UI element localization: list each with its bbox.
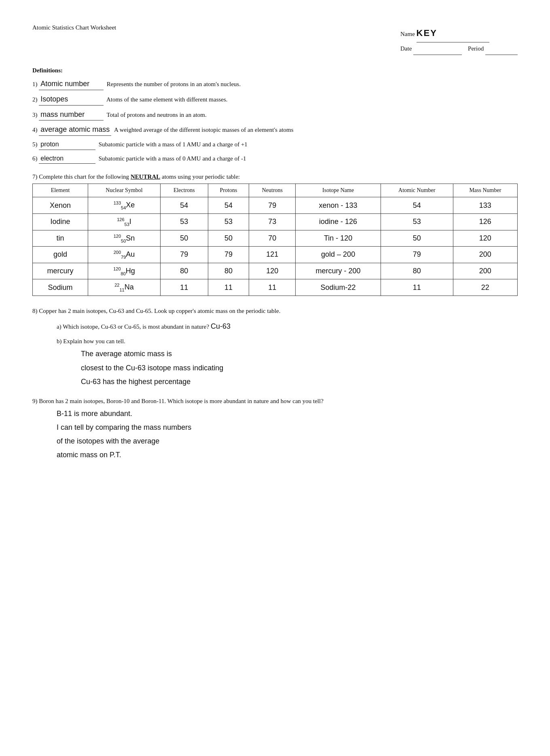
def-number-1: 1)	[32, 81, 38, 87]
def-answer-3: mass number	[39, 109, 104, 121]
definitions-title: Definitions:	[32, 67, 518, 74]
cell-electrons: 54	[160, 197, 208, 214]
date-row: Date Period	[400, 42, 518, 55]
cell-isotope-name: gold – 200	[296, 247, 381, 263]
table-header-row: Element Nuclear Symbol Electrons Protons…	[33, 184, 518, 197]
cell-protons: 53	[208, 213, 249, 230]
def-text-3: Total of protons and neutrons in an atom…	[106, 112, 206, 118]
def-number-3: 3)	[32, 112, 38, 118]
date-label: Date	[400, 45, 412, 52]
cell-neutrons: 11	[249, 279, 296, 296]
def-answer-4: average atomic mass	[39, 124, 111, 136]
chart-heading: 7) Complete this chart for the following…	[32, 173, 518, 180]
q8-body: Copper has 2 main isotopes, Cu-63 and Cu…	[39, 308, 280, 314]
cell-nuclear-symbol: 2211Na	[88, 279, 161, 296]
table-row: gold 20079Au 79 79 121 gold – 200 79 200	[33, 247, 518, 263]
cell-isotope-name: iodine - 126	[296, 213, 381, 230]
table-row: tin 12050Sn 50 50 70 Tin - 120 50 120	[33, 230, 518, 247]
col-electrons: Electrons	[160, 184, 208, 197]
q8b-label: b) Explain how you can tell.	[57, 338, 125, 344]
cell-neutrons: 120	[249, 263, 296, 279]
cell-protons: 80	[208, 263, 249, 279]
cell-protons: 50	[208, 230, 249, 247]
cell-protons: 54	[208, 197, 249, 214]
cell-electrons: 80	[160, 263, 208, 279]
def-item-6: 6) electron Subatomic particle with a ma…	[32, 153, 518, 164]
def-answer-6: electron	[39, 153, 95, 164]
cell-neutrons: 73	[249, 213, 296, 230]
def-answer-5: proton	[39, 139, 95, 150]
cell-nuclear-symbol: 12050Sn	[88, 230, 161, 247]
q8-number: 8)	[32, 308, 39, 314]
cell-neutrons: 79	[249, 197, 296, 214]
cell-element: Sodium	[33, 279, 88, 296]
table-row: mercury 12080Hg 80 80 120 mercury - 200 …	[33, 263, 518, 279]
def-number-4: 4)	[32, 127, 38, 133]
cell-mass-number: 133	[453, 197, 517, 214]
cell-atomic-number: 80	[381, 263, 453, 279]
q8-sub-b: b) Explain how you can tell. The average…	[57, 336, 518, 389]
cell-mass-number: 200	[453, 263, 517, 279]
cell-neutrons: 70	[249, 230, 296, 247]
chart-heading-bold: NEUTRAL	[131, 173, 160, 180]
cell-mass-number: 120	[453, 230, 517, 247]
name-label: Name	[400, 31, 415, 37]
def-number-2: 2)	[32, 96, 38, 103]
cell-electrons: 11	[160, 279, 208, 296]
name-value: KEY	[417, 24, 489, 42]
col-isotope-name: Isotope Name	[296, 184, 381, 197]
q9-answer: B-11 is more abundant. I can tell by com…	[57, 407, 518, 462]
cell-element: tin	[33, 230, 88, 247]
isotope-table: Element Nuclear Symbol Electrons Protons…	[32, 184, 518, 296]
def-item-2: 2) Isotopes Atoms of the same element wi…	[32, 93, 518, 106]
def-answer-1: Atomic number	[39, 78, 104, 90]
col-atomic-number: Atomic Number	[381, 184, 453, 197]
cell-electrons: 79	[160, 247, 208, 263]
name-date-block: Name KEY Date Period	[400, 24, 518, 55]
cell-protons: 11	[208, 279, 249, 296]
questions-section: 8) Copper has 2 main isotopes, Cu-63 and…	[32, 306, 518, 462]
period-value	[485, 42, 518, 55]
cell-element: mercury	[33, 263, 88, 279]
cell-isotope-name: Sodium-22	[296, 279, 381, 296]
page-header: Atomic Statistics Chart Worksheet Name K…	[32, 24, 518, 55]
table-row: Iodine 12653I 53 53 73 iodine - 126 53 1…	[33, 213, 518, 230]
def-item-3: 3) mass number Total of protons and neut…	[32, 109, 518, 121]
cell-nuclear-symbol: 12080Hg	[88, 263, 161, 279]
col-neutrons: Neutrons	[249, 184, 296, 197]
cell-mass-number: 126	[453, 213, 517, 230]
q8a-label: a) Which isotope, Cu-63 or Cu-65, is mos…	[57, 323, 211, 330]
def-text-5: Subatomic particle with a mass of 1 AMU …	[99, 141, 248, 148]
table-row: Sodium 2211Na 11 11 11 Sodium-22 11 22	[33, 279, 518, 296]
cell-atomic-number: 50	[381, 230, 453, 247]
question-8: 8) Copper has 2 main isotopes, Cu-63 and…	[32, 306, 518, 389]
cell-atomic-number: 54	[381, 197, 453, 214]
cell-neutrons: 121	[249, 247, 296, 263]
period-label: Period	[468, 45, 484, 52]
cell-element: Iodine	[33, 213, 88, 230]
date-value	[413, 42, 462, 55]
q9-body: Boron has 2 main isotopes, Boron-10 and …	[39, 398, 324, 404]
def-text-4: A weighted average of the different isot…	[114, 127, 294, 133]
cell-atomic-number: 79	[381, 247, 453, 263]
q8b-answer: The average atomic mass is closest to th…	[81, 347, 518, 389]
cell-mass-number: 200	[453, 247, 517, 263]
chart-heading-pre: 7) Complete this chart for the following	[32, 173, 131, 180]
def-text-1: Represents the number of protons in an a…	[107, 81, 241, 87]
definitions-section: Definitions: 1) Atomic number Represents…	[32, 67, 518, 164]
name-row: Name KEY	[400, 24, 518, 42]
cell-element: gold	[33, 247, 88, 263]
cell-electrons: 53	[160, 213, 208, 230]
cell-isotope-name: Tin - 120	[296, 230, 381, 247]
def-text-2: Atoms of the same element with different…	[106, 96, 228, 103]
def-item-4: 4) average atomic mass A weighted averag…	[32, 124, 518, 136]
col-protons: Protons	[208, 184, 249, 197]
q8-text: 8) Copper has 2 main isotopes, Cu-63 and…	[32, 306, 518, 317]
col-mass-number: Mass Number	[453, 184, 517, 197]
def-item-5: 5) proton Subatomic particle with a mass…	[32, 139, 518, 150]
cell-element: Xenon	[33, 197, 88, 214]
cell-isotope-name: xenon - 133	[296, 197, 381, 214]
def-answer-2: Isotopes	[39, 93, 104, 106]
cell-protons: 79	[208, 247, 249, 263]
cell-atomic-number: 11	[381, 279, 453, 296]
